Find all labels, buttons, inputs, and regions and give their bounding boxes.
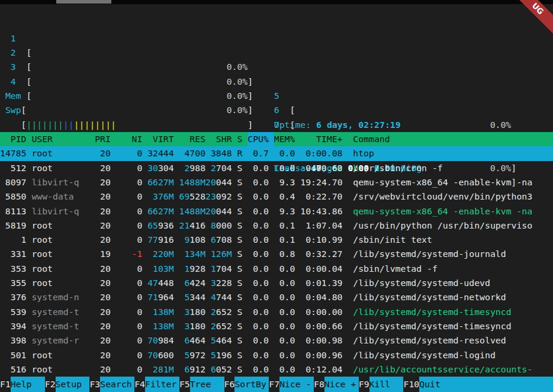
ni-cell: 0 (116, 233, 143, 247)
top-strip-segment (56, 0, 111, 4)
f9-key[interactable]: F9 (359, 377, 369, 392)
mem-cell: 0.0 (274, 348, 295, 362)
table-row[interactable]: 398 systemd-r 20 0 70984 6464 5464 S 0.0… (0, 333, 553, 348)
table-row[interactable]: 394 systemd-t 20 0 138M 3180 2652 S 0.0 … (0, 319, 553, 333)
f10-key[interactable]: F10 (403, 377, 419, 392)
table-row[interactable]: 1 root 20 0 77916 9108 6708 S 0.0 0.1 0:… (0, 233, 553, 247)
header-pid[interactable]: PID (0, 132, 27, 146)
time-cell: 0:12.04 (300, 362, 342, 377)
command-cell: /lib/systemd/systemd-journald (353, 247, 552, 261)
f6-key[interactable]: F6 (224, 377, 235, 392)
f5-tree-button[interactable]: Tree (190, 377, 224, 392)
cpu-cell: 0.0 (242, 319, 269, 333)
mem-cell: 0.0 (274, 146, 295, 160)
virt-cell: 65936 (142, 219, 173, 233)
state-cell: S (237, 333, 243, 348)
header-user[interactable]: USER (31, 132, 89, 146)
command-cell: /lib/systemd/systemd-udevd (353, 276, 552, 290)
state-cell: S (237, 175, 243, 189)
ni-cell: 0 (116, 204, 143, 219)
user-cell: systemd-t (31, 305, 89, 319)
shr-cell: 4744 (200, 290, 232, 304)
f1-help-button[interactable]: Help (11, 377, 45, 392)
f8-key[interactable]: F8 (314, 377, 324, 392)
table-row[interactable]: 331 root 19 -1 220M 134M 126M S 0.0 0.8 … (0, 247, 553, 261)
virt-cell: 71964 (142, 290, 173, 304)
f6-sortby-button[interactable]: SortBy (234, 377, 269, 392)
pid-cell: 355 (0, 276, 27, 290)
table-row[interactable]: 355 root 20 0 47448 6424 3228 S 0.0 0.0 … (0, 276, 553, 290)
time-cell: 19:24.70 (300, 175, 342, 189)
cpu-cell: 0.0 (242, 189, 269, 204)
top-window-strip (0, 0, 553, 4)
command-cell: /usr/bin/python /usr/bin/superviso (353, 219, 552, 233)
header-shr[interactable]: SHR (200, 132, 232, 146)
f4-key[interactable]: F4 (134, 377, 145, 392)
header-mem[interactable]: MEM% (274, 132, 295, 146)
table-row[interactable]: 501 root 20 0 70600 5972 5196 S 0.0 0.0 … (0, 348, 553, 362)
cpu-meter-line-4: 4 [ 0.0% ] 8 [ 0.0% ] (0, 60, 553, 75)
f2-key[interactable]: F2 (45, 377, 56, 392)
state-cell: S (237, 276, 243, 290)
f5-key[interactable]: F5 (179, 377, 190, 392)
command-cell: /lib/systemd/systemd-resolved (353, 333, 552, 348)
pri-cell: 20 (84, 276, 111, 290)
mem-cell: 0.0 (274, 262, 295, 276)
table-row[interactable]: 512 root 20 0 30304 2988 2704 S 0.0 0.0 … (0, 161, 553, 175)
virt-cell: 376M (142, 189, 173, 204)
table-row[interactable]: 14785 root 20 0 32444 4700 3848 R 0.7 0.… (0, 146, 553, 160)
f10-quit-button[interactable]: Quit (419, 377, 553, 392)
shr-cell: 20044 (200, 204, 232, 219)
pri-cell: 19 (84, 247, 111, 261)
header-virt[interactable]: VIRT (142, 132, 173, 146)
header-command[interactable]: Command (353, 132, 552, 146)
shr-cell: 2652 (200, 319, 232, 333)
header-state[interactable]: S (237, 132, 243, 146)
shr-cell: 23092 (200, 189, 232, 204)
time-cell: 0:00.98 (300, 333, 342, 348)
f9-kill-button[interactable]: Kill (369, 377, 404, 392)
f3-key[interactable]: F3 (89, 377, 100, 392)
table-row[interactable]: 5819 root 20 0 65936 21416 8000 S 0.0 0.… (0, 219, 553, 233)
time-cell: 0:22.70 (300, 189, 342, 204)
virt-cell: 32444 (142, 146, 173, 160)
header-pri[interactable]: PRI (84, 132, 111, 146)
pri-cell: 20 (84, 161, 111, 175)
virt-cell: 138M (142, 305, 173, 319)
table-row[interactable]: 539 systemd-t 20 0 138M 3180 2652 S 0.0 … (0, 305, 553, 319)
f3-search-button[interactable]: Search (100, 377, 134, 392)
header-time[interactable]: TIME+ (300, 132, 342, 146)
table-row[interactable]: 353 root 20 0 103M 1928 1704 S 0.0 0.0 0… (0, 262, 553, 276)
cpu-cell: 0.0 (242, 161, 269, 175)
f1-key[interactable]: F1 (0, 377, 11, 392)
mem-cell: 0.1 (274, 219, 295, 233)
swap-meter-line: Swp [ 0K/976M ] Load average: 0.00 0.00 … (0, 89, 553, 103)
header-cpu-sort-active[interactable]: CPU% (247, 132, 274, 146)
pri-cell: 20 (84, 333, 111, 348)
header-ni[interactable]: NI (116, 132, 143, 146)
f8-nice-plus-button[interactable]: Nice + (324, 377, 359, 392)
user-cell: root (31, 146, 89, 160)
f2-setup-button[interactable]: Setup (56, 377, 90, 392)
ni-cell: 0 (116, 189, 143, 204)
cpu-cell: 0.0 (242, 204, 269, 219)
shr-cell: 126M (200, 247, 232, 261)
cpu-cell: 0.0 (242, 362, 269, 377)
table-row[interactable]: 5850 www-data 20 0 376M 69528 23092 S 0.… (0, 189, 553, 204)
state-cell: S (237, 189, 243, 204)
table-row[interactable]: 8097 libvirt-q 20 0 6627M 1488M 20044 S … (0, 175, 553, 189)
f4-filter-button[interactable]: Filter (145, 377, 179, 392)
user-cell: root (31, 219, 89, 233)
user-cell: root (31, 348, 89, 362)
time-cell: 0:00.00 (300, 305, 342, 319)
f7-nice-minus-button[interactable]: Nice - (279, 377, 314, 392)
user-cell: systemd-n (31, 290, 89, 304)
table-row[interactable]: 8113 libvirt-q 20 0 6627M 1488M 20044 S … (0, 204, 553, 219)
table-row[interactable]: 516 root 20 0 281M 6912 6052 S 0.0 0.0 0… (0, 362, 553, 377)
ni-cell: 0 (116, 348, 143, 362)
shr-cell: 1704 (200, 262, 232, 276)
f7-key[interactable]: F7 (269, 377, 279, 392)
cpu-cell: 0.0 (242, 276, 269, 290)
state-cell: S (237, 319, 243, 333)
table-row[interactable]: 376 systemd-n 20 0 71964 5344 4744 S 0.0… (0, 290, 553, 304)
